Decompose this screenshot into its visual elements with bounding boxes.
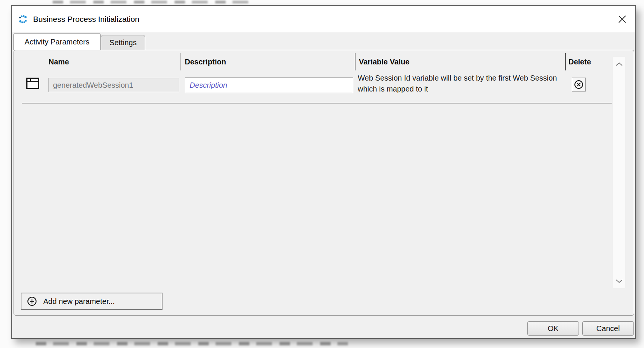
- circle-plus-icon: [27, 296, 37, 307]
- ok-button[interactable]: OK: [527, 321, 579, 336]
- activity-parameters-panel: Name Description Variable Value Delete W…: [14, 50, 634, 316]
- tab-label: Settings: [109, 38, 137, 47]
- add-new-parameter-label: Add new parameter...: [43, 297, 115, 306]
- column-separator: [565, 53, 566, 70]
- tab-label: Activity Parameters: [24, 38, 89, 46]
- column-header-name: Name: [49, 58, 69, 66]
- column-separator: [355, 53, 355, 70]
- add-new-parameter-button[interactable]: Add new parameter...: [21, 293, 163, 310]
- dialog-title: Business Process Initialization: [33, 15, 139, 24]
- cancel-button[interactable]: Cancel: [582, 321, 634, 336]
- circle-x-icon: [574, 79, 584, 90]
- dialog-titlebar: Business Process Initialization: [12, 6, 635, 32]
- vertical-scrollbar[interactable]: [613, 57, 625, 288]
- web-session-window-icon: [26, 77, 39, 91]
- parameter-description-input[interactable]: [185, 77, 353, 93]
- business-process-initialization-dialog: Business Process Initialization Activity…: [11, 5, 636, 339]
- tab-settings[interactable]: Settings: [101, 35, 145, 50]
- column-separator: [181, 53, 181, 70]
- chevron-down-icon[interactable]: [613, 276, 625, 286]
- column-header-description: Description: [185, 58, 226, 66]
- close-icon: [618, 15, 627, 24]
- chevron-up-icon[interactable]: [613, 59, 625, 69]
- column-header-delete: Delete: [568, 58, 591, 66]
- tab-activity-parameters[interactable]: Activity Parameters: [13, 33, 101, 50]
- parameter-name-input[interactable]: [48, 78, 179, 92]
- row-divider: [22, 103, 612, 104]
- column-header-variable-value: Variable Value: [359, 58, 410, 66]
- background-window-artifact-bottom: [36, 342, 348, 345]
- variable-value-text: Web Session Id variable will be set by t…: [358, 73, 565, 95]
- delete-parameter-button[interactable]: [572, 78, 586, 92]
- close-button[interactable]: [615, 12, 629, 26]
- background-window-artifact-top: [53, 1, 248, 3]
- process-sync-icon: [18, 14, 28, 24]
